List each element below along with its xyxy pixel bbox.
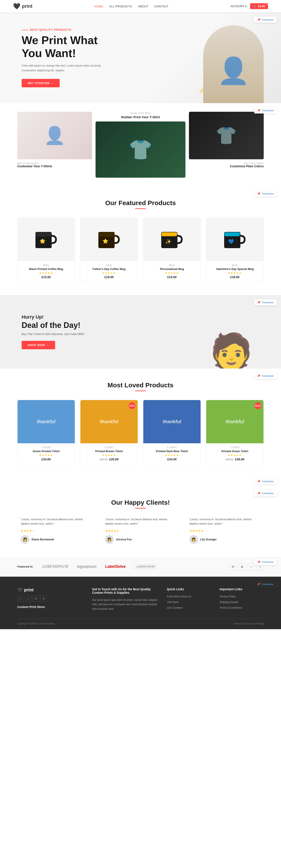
tshirt-folded-gold: thankful bbox=[95, 408, 123, 436]
most-loved-title: Most Loved Products bbox=[17, 381, 264, 389]
footer-link-know[interactable]: Know More About Us bbox=[167, 595, 191, 598]
hero-cta-button[interactable]: GET STARTED → bbox=[22, 79, 60, 87]
footer-link-connect[interactable]: Let's Connect bbox=[167, 606, 183, 609]
product-price: £19.00 bbox=[84, 275, 135, 279]
ml-pin-icon: 📌 bbox=[257, 374, 260, 377]
product-price-loved: £34.00 bbox=[21, 458, 72, 461]
product-tag-loved: T-Shirt bbox=[21, 446, 72, 449]
nav-products[interactable]: ALL PRODUCTS bbox=[110, 5, 132, 8]
footer-powered: Powered By Custom Printing bbox=[233, 622, 264, 625]
product-name: Valentine's Day Special Mug bbox=[209, 267, 260, 271]
deal-pin-icon: 📌 bbox=[257, 301, 260, 304]
product-image: ⭐ bbox=[81, 218, 138, 261]
svg-text:⭐: ⭐ bbox=[102, 238, 108, 244]
social-icon-plus[interactable]: ⊕ bbox=[239, 563, 246, 570]
featured-products-grid: 🌟 Mug Black Printed Coffee Mug ★★★★★ £15… bbox=[17, 218, 264, 282]
product-price-loved: £55.00 £35.00 bbox=[209, 458, 260, 461]
product-image: ✨ bbox=[143, 218, 200, 261]
testimonial-card: Lectus, nonummy et. Occaecat delectus er… bbox=[17, 517, 95, 544]
fi-customize-button[interactable]: 📌 Customize bbox=[254, 559, 277, 565]
social-icon-email[interactable]: ✉ bbox=[229, 563, 237, 570]
product-image: 🌟 bbox=[18, 218, 75, 261]
footer-linkedin-icon[interactable]: in bbox=[33, 596, 39, 602]
fp-customize-button[interactable]: 📌 Customize bbox=[254, 191, 277, 197]
footer-link-privacy[interactable]: Privacy Policy bbox=[220, 595, 236, 598]
featured-products-section: Our Featured Products 🌟 Mug Black Printe… bbox=[0, 186, 281, 295]
product-name-loved: Printed Dark Blue Tshirt bbox=[146, 450, 197, 453]
deal-cta-button[interactable]: SHOP NOW → bbox=[22, 341, 55, 349]
extra-customize-button[interactable]: 📌 Customize bbox=[254, 478, 277, 484]
featured-logos: LOREMIPSUM logoipsum LabelSolve LOREM IP… bbox=[42, 564, 221, 569]
deal-label: Hurry Up! bbox=[22, 314, 84, 320]
svg-text:🌟: 🌟 bbox=[39, 238, 45, 244]
loved-product-card[interactable]: SALE thankful T-Shirt Printed Brown Tshi… bbox=[80, 400, 138, 464]
testimonial-author-2: 👩 Jessica Fox bbox=[105, 535, 176, 544]
divider-line-2 bbox=[135, 391, 146, 391]
most-loved-divider bbox=[17, 391, 264, 391]
featured-logo-4: LOREM IPSUM bbox=[134, 564, 156, 569]
tshirt-folded-navy: thankful bbox=[158, 408, 186, 436]
dw-pin-icon: 📌 bbox=[257, 109, 260, 112]
social-icon-circle1[interactable]: ○ bbox=[248, 563, 255, 570]
product-card[interactable]: 🌟 Mug Black Printed Coffee Mug ★★★★★ £15… bbox=[17, 218, 75, 282]
footer-customize-button[interactable]: 📌 Customize bbox=[254, 581, 277, 587]
nav-contact[interactable]: CONTACT bbox=[154, 5, 168, 8]
loved-product-card[interactable]: thankful T-Shirt Printed Dark Blue Tshir… bbox=[143, 400, 201, 464]
deal-customize-button[interactable]: 📌 Customize bbox=[254, 299, 277, 305]
product-info: Mug Black Printed Coffee Mug ★★★★★ £15.0… bbox=[18, 261, 75, 282]
product-price: £15.00 bbox=[21, 275, 72, 279]
fi-pin-icon: 📌 bbox=[257, 560, 260, 563]
logo[interactable]: 🖤 print bbox=[13, 3, 32, 10]
deal-person-image: 🧑 bbox=[203, 304, 259, 369]
footer-facebook-icon[interactable]: f bbox=[17, 596, 23, 602]
ml-customize-button[interactable]: 📌 Customize bbox=[254, 373, 277, 379]
cart-button[interactable]: 🛒 £0.00 bbox=[250, 3, 268, 9]
nav-right: ACCOUNT ▾ 🛒 £0.00 bbox=[230, 3, 268, 9]
product-name-loved: Green Printed Tshirt bbox=[21, 450, 72, 453]
most-loved-grid: thankful T-Shirt Green Printed Tshirt ★★… bbox=[17, 400, 264, 464]
product-price-old-2: £55.00 bbox=[225, 458, 233, 461]
nav-home[interactable]: HOME bbox=[94, 5, 103, 8]
logo-icon: 🖤 bbox=[13, 3, 21, 10]
navbar: 🖤 print HOME ALL PRODUCTS ABOUT CONTACT … bbox=[0, 0, 281, 12]
author-name-2: Jessica Fox bbox=[116, 538, 132, 541]
footer-behance-icon[interactable]: b bbox=[41, 596, 47, 602]
product-tag: Mug bbox=[209, 264, 260, 267]
product-price-loved: £34.00 £25.00 bbox=[84, 458, 135, 461]
featured-title: Our Featured Products bbox=[17, 199, 264, 207]
nav-account[interactable]: ACCOUNT ▾ bbox=[230, 4, 247, 8]
pin-icon: 📌 bbox=[257, 18, 260, 21]
dw-customize-button[interactable]: 📌 Customize bbox=[254, 107, 277, 114]
product-stars: ★★★★★ bbox=[146, 272, 197, 275]
featured-divider bbox=[17, 208, 264, 209]
testimonial-stars-3: ★★★★★ bbox=[189, 529, 260, 532]
svg-rect-3 bbox=[36, 232, 51, 237]
logo-text: print bbox=[22, 3, 32, 9]
product-name: Father's Day Coffee Mug bbox=[84, 267, 135, 271]
footer-quick-heading: Quick Links bbox=[167, 587, 211, 591]
svg-rect-9 bbox=[162, 232, 177, 236]
product-image: 💙 bbox=[206, 218, 263, 261]
divider-line-3 bbox=[135, 508, 146, 508]
product-card[interactable]: 💙 Mug Valentine's Day Special Mug ★★★★★ … bbox=[206, 218, 264, 282]
deal-description: Buy This T-shirt At 20% Discount, Use Co… bbox=[22, 333, 84, 336]
svg-rect-6 bbox=[99, 232, 114, 237]
hero-customize-button[interactable]: 📌 Customize bbox=[254, 17, 277, 23]
fp-pin-icon: 📌 bbox=[257, 192, 260, 195]
product-card[interactable]: ⭐ Mug Father's Day Coffee Mug ★★★★★ £19.… bbox=[80, 218, 138, 282]
footer-twitter-icon[interactable]: t bbox=[25, 596, 31, 602]
testimonials-customize-button[interactable]: 📌 Customize bbox=[254, 490, 277, 496]
loved-product-card[interactable]: SALE thankful T-Shirt Printed Green Tshi… bbox=[206, 400, 264, 464]
product-info-loved: T-Shirt Printed Dark Blue Tshirt ★★★★★ £… bbox=[143, 443, 200, 464]
testimonials-divider bbox=[17, 508, 264, 508]
footer-link-visit[interactable]: Visit Store bbox=[167, 601, 179, 604]
footer-link-shipping[interactable]: Shipping Details bbox=[220, 601, 239, 604]
nav-about[interactable]: ABOUT bbox=[138, 5, 148, 8]
product-card[interactable]: ✨ Mug Personalised Mug ★★★★★ £15.00 bbox=[143, 218, 201, 282]
product-name-loved: Printed Green Tshirt bbox=[209, 450, 260, 453]
footer-grid: 🖤 print f t in b Custom Print Store Get … bbox=[17, 587, 264, 612]
loved-product-card[interactable]: thankful T-Shirt Green Printed Tshirt ★★… bbox=[17, 400, 75, 464]
cart-badge bbox=[267, 3, 269, 5]
footer-link-terms[interactable]: Terms & Conditions bbox=[220, 606, 242, 609]
svg-text:✨: ✨ bbox=[165, 239, 171, 244]
